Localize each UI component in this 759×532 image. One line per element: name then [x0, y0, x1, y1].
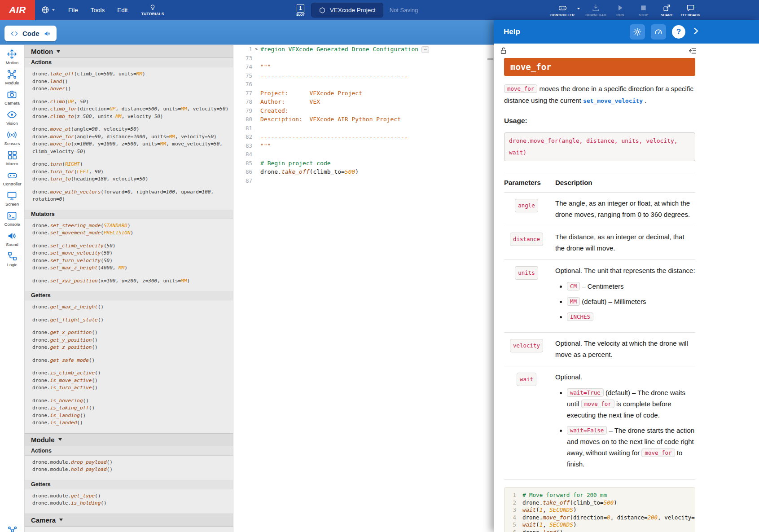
- palette-snippet[interactable]: drone.move_to(x=1000, y=1000, z=500, uni…: [25, 141, 233, 155]
- sidebar-item-macro[interactable]: Macro: [6, 150, 18, 166]
- palette-snippet[interactable]: drone.set_climb_velocity(50): [25, 242, 233, 250]
- line-number: 80: [233, 116, 252, 123]
- line-number: 1: [233, 46, 252, 53]
- collapse-panel-icon[interactable]: [688, 46, 697, 55]
- palette-snippet[interactable]: drone.is_climb_active(): [25, 369, 233, 377]
- palette-snippet[interactable]: drone.climb_to(z=500, units=MM, velocity…: [25, 113, 233, 121]
- palette-snippet[interactable]: drone.is_landed(): [25, 419, 233, 427]
- help-panel: Help ? move_for move_for moves the drone…: [494, 20, 759, 532]
- palette-snippet[interactable]: drone.move_for(angle=90, distance=1000, …: [25, 133, 233, 141]
- palette-snippet[interactable]: drone.set_turn_velocity(50): [25, 257, 233, 265]
- palette-section-module[interactable]: Module: [25, 433, 233, 446]
- palette-snippet[interactable]: drone.get_flight_state(): [25, 317, 233, 324]
- palette-snippet[interactable]: drone.set_movement_mode(PRECISION): [25, 229, 233, 237]
- palette-snippet[interactable]: drone.get_x_position(): [25, 329, 233, 337]
- sidebar-item-partial[interactable]: [0, 526, 25, 532]
- palette-snippet[interactable]: drone.is_taking_off(): [25, 404, 233, 412]
- palette-snippet[interactable]: drone.module.hold_payload(): [25, 466, 233, 474]
- sidebar-item-sound[interactable]: Sound: [6, 231, 18, 247]
- line-number: 74: [233, 63, 252, 70]
- sidebar-item-vision[interactable]: Vision: [6, 110, 18, 126]
- line-text: #region VEXcode Generated Drone Configur…: [260, 46, 429, 53]
- dashboard-button[interactable]: [651, 24, 666, 40]
- sidebar-item-camera[interactable]: Camera: [4, 89, 20, 106]
- language-button[interactable]: [41, 6, 56, 14]
- chevron-down-icon: [57, 50, 60, 53]
- tutorials-label: TUTORIALS: [141, 12, 164, 16]
- code-link[interactable]: set_move_velocity: [583, 97, 643, 104]
- line-text: # Begin project code: [260, 160, 331, 167]
- tutorials-button[interactable]: TUTORIALS: [141, 4, 164, 16]
- palette-snippet[interactable]: drone.is_landing(): [25, 412, 233, 420]
- stop-icon: [639, 4, 648, 12]
- palette-snippet[interactable]: drone.take_off(climb_to=500, units=MM): [25, 70, 233, 78]
- palette-snippet[interactable]: drone.is_move_active(): [25, 377, 233, 385]
- palette-snippet[interactable]: drone.set_xyz_position(x=100, y=200, z=3…: [25, 277, 233, 285]
- example-line: 3wait(1, SECONDS): [505, 506, 695, 514]
- fold-toggle-icon[interactable]: >: [252, 46, 260, 52]
- palette-snippet[interactable]: drone.get_y_position(): [25, 337, 233, 344]
- code-tab[interactable]: Code: [4, 26, 57, 41]
- settings-button[interactable]: [630, 24, 645, 40]
- controller-icon: [7, 170, 18, 180]
- param-cell: units: [504, 265, 549, 280]
- sidebar-item-console[interactable]: Console: [4, 211, 20, 227]
- palette-snippet[interactable]: drone.turn(RIGHT): [25, 161, 233, 168]
- palette-snippet[interactable]: drone.move_at(angle=90, velocity=50): [25, 126, 233, 133]
- sidebar-item-motion[interactable]: Motion: [6, 49, 19, 65]
- controller-button[interactable]: CONTROLLER: [550, 4, 575, 17]
- share-button[interactable]: SHARE: [658, 4, 676, 17]
- slot-button[interactable]: 1 SLOT: [296, 4, 305, 16]
- menu-tools[interactable]: Tools: [91, 7, 105, 13]
- palette-snippet[interactable]: drone.module.is_holding(): [25, 500, 233, 507]
- caret-down-icon[interactable]: [576, 6, 581, 11]
- palette-snippet[interactable]: drone.get_safe_mode(): [25, 357, 233, 365]
- palette-snippet[interactable]: drone.get_z_position(): [25, 344, 233, 352]
- stop-button[interactable]: STOP: [634, 4, 653, 17]
- run-button[interactable]: RUN: [611, 4, 630, 17]
- sidebar-item-sensors[interactable]: Sensors: [4, 130, 20, 146]
- menu-file[interactable]: File: [68, 7, 78, 13]
- sidebar-item-module[interactable]: Module: [5, 69, 19, 85]
- palette-snippet[interactable]: drone.hover(): [25, 85, 233, 93]
- help-button[interactable]: ?: [672, 25, 685, 39]
- sidebar-item-logic[interactable]: Logic: [7, 251, 18, 267]
- palette-section-motion[interactable]: Motion: [25, 45, 233, 58]
- palette-snippet[interactable]: drone.turn_to(heading=180, velocity=50): [25, 176, 233, 183]
- bullet-item: CM – Centimeters: [567, 281, 695, 292]
- icon-sidebar: MotionModuleCameraVisionSensorsMacroCont…: [0, 45, 25, 532]
- project-name-button[interactable]: VEXcode Project: [311, 3, 383, 18]
- palette-snippet[interactable]: drone.is_turn_active(): [25, 384, 233, 392]
- param-cell: wait: [504, 371, 549, 386]
- palette-snippet[interactable]: drone.climb(UP, 50): [25, 98, 233, 106]
- palette-snippet[interactable]: drone.turn_for(LEFT, 90): [25, 168, 233, 176]
- sensors-icon: [7, 130, 17, 140]
- feedback-button[interactable]: FEEDBACK: [681, 4, 700, 17]
- sidebar-item-screen[interactable]: Screen: [5, 190, 19, 207]
- sidebar-item-controller[interactable]: Controller: [3, 170, 21, 186]
- line-number: 85: [233, 160, 252, 167]
- palette-snippet[interactable]: drone.set_max_z_height(4000, MM): [25, 264, 233, 272]
- palette-snippet[interactable]: drone.set_move_velocity(50): [25, 250, 233, 257]
- param-cell: velocity: [504, 338, 549, 352]
- controller-label: CONTROLLER: [550, 13, 575, 17]
- palette-snippet[interactable]: drone.climb_for(direction=UP, distance=5…: [25, 106, 233, 113]
- palette-snippet[interactable]: drone.land(): [25, 78, 233, 86]
- palette-section-camera[interactable]: Camera: [25, 514, 233, 527]
- speaker-icon[interactable]: [44, 30, 51, 37]
- download-button[interactable]: DOWNLOAD: [585, 4, 606, 17]
- param-description: Optional. The unit that represents the d…: [555, 265, 695, 326]
- palette-snippet[interactable]: drone.is_hovering(): [25, 397, 233, 405]
- close-help-button[interactable]: [691, 26, 700, 37]
- palette-snippet[interactable]: drone.move_with_vectors(forward=0, right…: [25, 189, 233, 203]
- pin-icon[interactable]: [499, 46, 508, 55]
- snippet-cluster: drone.is_hovering()drone.is_taking_off()…: [25, 397, 233, 427]
- palette-snippet[interactable]: drone.get_max_z_height(): [25, 303, 233, 311]
- menu-edit[interactable]: Edit: [117, 7, 127, 13]
- palette-snippet[interactable]: drone.set_steering_mode(STANDARD): [25, 222, 233, 230]
- project-group: 1 SLOT VEXcode Project Not Saving: [296, 0, 418, 20]
- palette-snippet[interactable]: drone.module.get_type(): [25, 492, 233, 500]
- folded-region-indicator[interactable]: ⋯: [421, 46, 429, 53]
- palette-snippet[interactable]: drone.module.drop_payload(): [25, 459, 233, 466]
- chevron-down-icon: [59, 519, 63, 521]
